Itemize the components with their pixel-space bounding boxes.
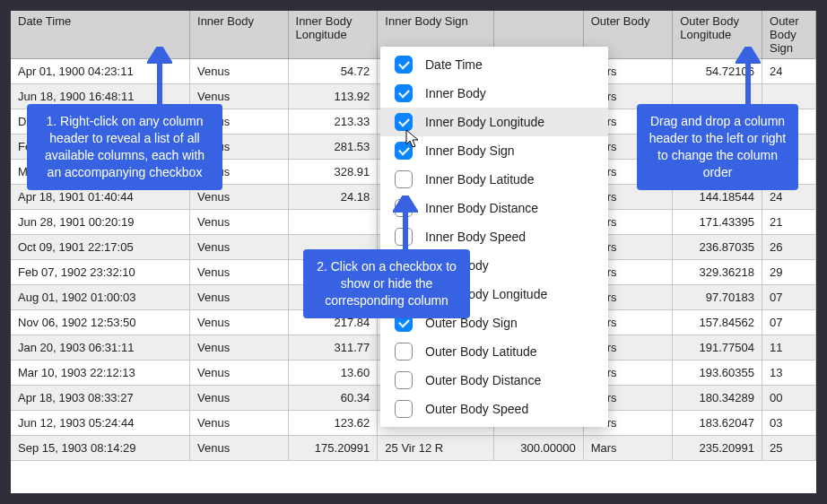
cell-olon: 193.60355 <box>673 361 762 386</box>
cell-ilon: 113.92 <box>288 84 378 109</box>
column-picker-popup: Date TimeInner BodyInner Body LongitudeI… <box>380 47 608 427</box>
cell-osign: 03 <box>762 411 816 436</box>
cell-osign: 11 <box>762 335 816 361</box>
checkbox-icon[interactable] <box>395 343 413 361</box>
cell-ilon: 123.62 <box>288 411 378 436</box>
cell-olon: 191.77504 <box>673 335 762 361</box>
table-row[interactable]: Sep 15, 1903 08:14:29Venus175.2099125 Vi… <box>11 436 816 461</box>
cell-osign: 07 <box>762 285 816 310</box>
checkbox-icon[interactable] <box>395 199 413 217</box>
app-root: Date Time Inner Body Inner Body Longitud… <box>11 11 816 493</box>
cell-olon: 329.36218 <box>673 260 762 285</box>
checkbox-icon[interactable] <box>395 142 413 160</box>
column-toggle-item[interactable]: Outer Body Speed <box>380 395 608 423</box>
cell-inner: Venus <box>190 235 288 260</box>
checkbox-icon[interactable] <box>395 84 413 102</box>
cell-ilon: 54.72 <box>288 59 378 84</box>
column-toggle-label: Outer Body Distance <box>425 373 541 387</box>
cell-osign: 00 <box>762 386 816 411</box>
col-header-date-time[interactable]: Date Time <box>11 11 190 59</box>
callout-checkbox: 2. Click on a checkbox to show or hide t… <box>303 249 470 318</box>
cell-ilon: 175.20991 <box>288 436 378 461</box>
checkbox-icon[interactable] <box>395 228 413 246</box>
col-header-inner-lon[interactable]: Inner Body Longitude <box>288 11 378 59</box>
cell-ilon: 24.18 <box>288 185 378 210</box>
column-toggle-label: Inner Body <box>425 86 486 100</box>
callout-drag-drop: Drag and drop a column header to the lef… <box>637 104 798 190</box>
column-toggle-label: Date Time <box>425 57 483 72</box>
cell-ilon <box>288 210 378 235</box>
cell-osign: 13 <box>762 361 816 386</box>
cell-inner: Venus <box>190 210 288 235</box>
cell-olon: 171.43395 <box>673 210 762 235</box>
cell-outer: Mars <box>583 436 673 461</box>
callout-right-click: 1. Right-click on any column header to r… <box>27 104 222 190</box>
column-toggle-item[interactable]: Inner Body Speed <box>380 222 608 251</box>
cell-ilat: 300.00000 <box>493 436 583 461</box>
cell-date: Jun 28, 1901 00:20:19 <box>11 210 190 235</box>
cell-date: Nov 06, 1902 12:53:50 <box>11 310 190 335</box>
cell-olon: 97.70183 <box>673 285 762 310</box>
checkbox-icon[interactable] <box>395 371 413 389</box>
checkbox-icon[interactable] <box>395 56 413 74</box>
cell-osign: 07 <box>762 310 816 335</box>
cell-inner: Venus <box>190 411 288 436</box>
cell-olon: 180.34289 <box>673 386 762 411</box>
cell-inner: Venus <box>190 386 288 411</box>
cell-date: Mar 10, 1903 22:12:13 <box>11 361 190 386</box>
column-toggle-label: Inner Body Sign <box>425 143 515 158</box>
cell-inner: Venus <box>190 361 288 386</box>
cell-ilon: 328.91 <box>288 160 378 185</box>
cell-osign: 24 <box>762 59 816 84</box>
cell-date: Feb 07, 1902 23:32:10 <box>11 260 190 285</box>
cell-inner: Venus <box>190 59 288 84</box>
col-header-inner-body[interactable]: Inner Body <box>190 11 288 59</box>
cell-osign: 25 <box>762 436 816 461</box>
column-toggle-item[interactable]: Date Time <box>380 50 608 79</box>
cell-osign: 29 <box>762 260 816 285</box>
column-toggle-item[interactable]: Inner Body <box>380 79 608 108</box>
cell-olon: 236.87035 <box>673 235 762 260</box>
cell-inner: Venus <box>190 310 288 335</box>
column-toggle-item[interactable]: Inner Body Distance <box>380 194 608 222</box>
cell-osign: 21 <box>762 210 816 235</box>
cell-date: Aug 01, 1902 01:00:03 <box>11 285 190 310</box>
column-toggle-item[interactable]: Outer Body Latitude <box>380 337 608 366</box>
cell-olon: 235.20991 <box>673 436 762 461</box>
cell-inner: Venus <box>190 260 288 285</box>
column-toggle-label: Inner Body Distance <box>425 201 538 215</box>
cell-date: Jun 12, 1903 05:24:44 <box>11 411 190 436</box>
column-toggle-label: Inner Body Longitude <box>425 115 544 129</box>
cell-inner: Venus <box>190 285 288 310</box>
column-toggle-label: Inner Body Speed <box>425 230 526 244</box>
cell-olon: 54.72106 <box>673 59 762 84</box>
checkbox-icon[interactable] <box>395 170 413 188</box>
column-toggle-item[interactable]: Inner Body Sign <box>380 136 608 165</box>
cell-ilon: 60.34 <box>288 386 378 411</box>
cell-ilon: 281.53 <box>288 135 378 160</box>
checkbox-icon[interactable] <box>395 113 413 131</box>
cell-date: Apr 18, 1903 08:33:27 <box>11 386 190 411</box>
cell-olon: 157.84562 <box>673 310 762 335</box>
cell-date: Apr 01, 1900 04:23:11 <box>11 59 190 84</box>
cell-osign: 26 <box>762 235 816 260</box>
col-header-outer-lon[interactable]: Outer Body Longitude <box>673 11 762 59</box>
column-toggle-item[interactable]: Inner Body Longitude <box>380 108 608 136</box>
cell-inner: Venus <box>190 335 288 361</box>
col-header-outer-sign[interactable]: Outer Body Sign <box>762 11 816 59</box>
cell-ilon: 13.60 <box>288 361 378 386</box>
cell-olon: 183.62047 <box>673 411 762 436</box>
column-toggle-item[interactable]: Outer Body Distance <box>380 366 608 395</box>
cell-date: Jan 20, 1903 06:31:11 <box>11 335 190 361</box>
cell-inner: Venus <box>190 436 288 461</box>
cell-ilon: 213.33 <box>288 109 378 135</box>
column-toggle-label: Inner Body Latitude <box>425 172 534 187</box>
column-toggle-label: Outer Body Speed <box>425 402 528 416</box>
cell-isign: 25 Vir 12 R <box>378 436 494 461</box>
column-toggle-label: Outer Body Latitude <box>425 344 537 359</box>
cell-date: Sep 15, 1903 08:14:29 <box>11 436 190 461</box>
cell-ilon: 311.77 <box>288 335 378 361</box>
cell-date: Oct 09, 1901 22:17:05 <box>11 235 190 260</box>
column-toggle-item[interactable]: Inner Body Latitude <box>380 165 608 194</box>
checkbox-icon[interactable] <box>395 400 413 418</box>
